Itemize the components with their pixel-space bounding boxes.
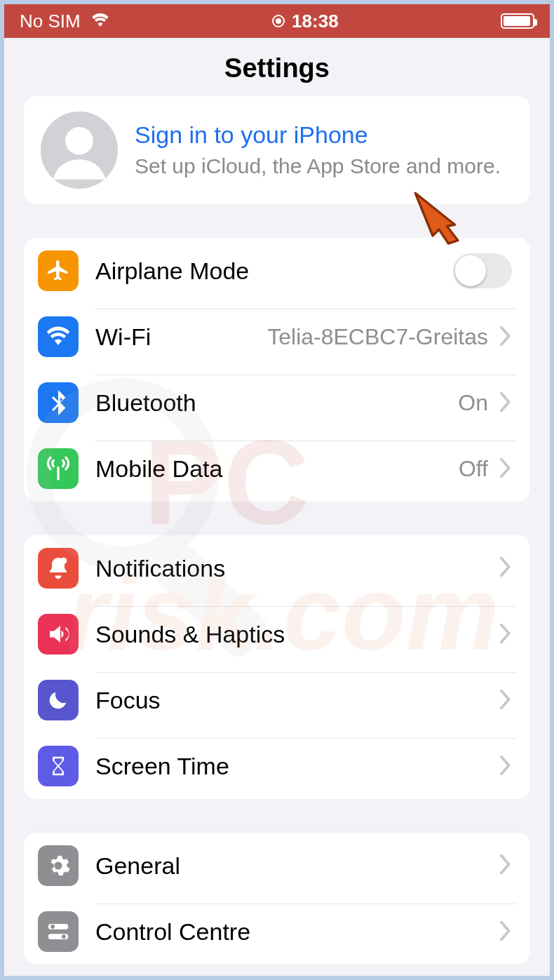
settings-group-connectivity: Airplane Mode Wi-Fi Telia-8ECBC7-Greitas bbox=[24, 238, 530, 502]
signin-title: Sign in to your iPhone bbox=[135, 121, 501, 149]
row-sounds-haptics[interactable]: Sounds & Haptics bbox=[24, 601, 530, 667]
recording-indicator-icon bbox=[272, 15, 285, 27]
row-label: Screen Time bbox=[95, 753, 229, 780]
airplane-icon bbox=[38, 250, 79, 291]
row-label: Mobile Data bbox=[95, 455, 222, 483]
status-center: 18:38 bbox=[272, 11, 339, 32]
row-value: Off bbox=[459, 456, 488, 482]
row-label: Focus bbox=[95, 687, 161, 714]
row-value: On bbox=[458, 390, 488, 416]
svg-point-5 bbox=[50, 925, 55, 929]
signin-row[interactable]: Sign in to your iPhone Set up iCloud, th… bbox=[24, 96, 530, 204]
row-label: Airplane Mode bbox=[95, 257, 249, 285]
row-screen-time[interactable]: Screen Time bbox=[24, 733, 530, 799]
chevron-right-icon bbox=[499, 392, 512, 415]
gear-icon bbox=[38, 845, 79, 886]
hourglass-icon bbox=[38, 746, 79, 786]
row-airplane-mode[interactable]: Airplane Mode bbox=[24, 238, 530, 304]
page-title: Settings bbox=[4, 38, 550, 96]
row-wifi[interactable]: Wi-Fi Telia-8ECBC7-Greitas bbox=[24, 304, 530, 370]
status-bar: No SIM 18:38 bbox=[4, 4, 550, 38]
avatar bbox=[41, 112, 118, 189]
row-mobile-data[interactable]: Mobile Data Off bbox=[24, 436, 530, 502]
row-label: Wi-Fi bbox=[95, 323, 151, 351]
chevron-right-icon bbox=[499, 756, 512, 778]
settings-group-system: General Control Centre bbox=[24, 833, 530, 965]
chevron-right-icon bbox=[499, 458, 512, 481]
status-right bbox=[501, 13, 534, 29]
row-general[interactable]: General bbox=[24, 833, 530, 899]
bell-icon bbox=[38, 548, 79, 589]
chevron-right-icon bbox=[499, 624, 512, 646]
row-label: Bluetooth bbox=[95, 389, 196, 417]
speaker-icon bbox=[38, 614, 79, 655]
row-focus[interactable]: Focus bbox=[24, 667, 530, 733]
chevron-right-icon bbox=[499, 854, 512, 877]
chevron-right-icon bbox=[499, 690, 512, 712]
cellular-icon bbox=[38, 448, 79, 489]
signin-group: Sign in to your iPhone Set up iCloud, th… bbox=[24, 96, 530, 204]
switches-icon bbox=[38, 911, 79, 952]
chevron-right-icon bbox=[499, 921, 512, 944]
battery-icon bbox=[501, 13, 534, 29]
row-label: Notifications bbox=[95, 555, 225, 582]
status-left: No SIM bbox=[20, 11, 110, 32]
row-label: Sounds & Haptics bbox=[95, 621, 285, 648]
moon-icon bbox=[38, 680, 79, 720]
row-label: Control Centre bbox=[95, 918, 250, 946]
bluetooth-icon bbox=[38, 382, 79, 423]
chevron-right-icon bbox=[499, 557, 512, 579]
signin-subtitle: Set up iCloud, the App Store and more. bbox=[135, 153, 501, 180]
wifi-icon bbox=[38, 316, 79, 357]
row-bluetooth[interactable]: Bluetooth On bbox=[24, 370, 530, 436]
wifi-status-icon bbox=[90, 11, 110, 32]
carrier-label: No SIM bbox=[20, 11, 81, 32]
row-value: Telia-8ECBC7-Greitas bbox=[267, 324, 488, 350]
chevron-right-icon bbox=[499, 326, 512, 349]
settings-group-attention: Notifications Sounds & Haptics Focus bbox=[24, 535, 530, 799]
row-control-centre[interactable]: Control Centre bbox=[24, 899, 530, 965]
svg-point-1 bbox=[65, 127, 93, 155]
clock-label: 18:38 bbox=[292, 11, 339, 32]
svg-point-6 bbox=[62, 934, 66, 939]
row-notifications[interactable]: Notifications bbox=[24, 535, 530, 601]
row-label: General bbox=[95, 852, 180, 880]
airplane-switch[interactable] bbox=[453, 253, 512, 288]
svg-point-2 bbox=[60, 558, 67, 565]
signin-text: Sign in to your iPhone Set up iCloud, th… bbox=[135, 121, 501, 180]
